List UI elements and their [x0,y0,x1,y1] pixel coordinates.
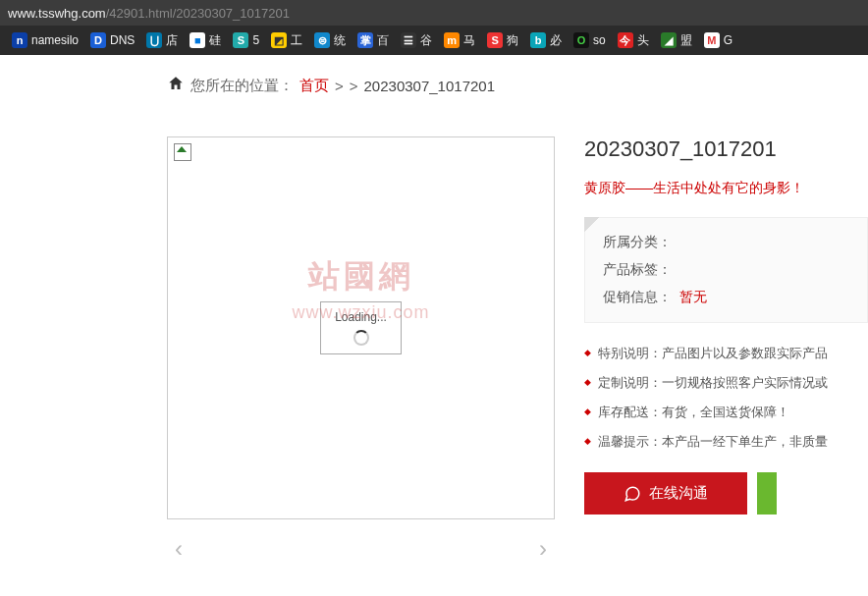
product-image-box: 站國網 www.wzxiu.com Loading... [167,136,555,519]
bookmark-icon: S [233,32,248,48]
bookmark-label: so [593,33,606,47]
bookmark-item[interactable]: ◩工 [265,32,308,49]
bookmark-icon: ☰ [401,32,416,48]
bookmark-item[interactable]: S狗 [481,32,524,49]
bookmark-icon: ◩ [271,32,287,48]
meta-tags: 产品标签： [603,261,849,279]
bookmark-item[interactable]: MG [698,32,738,48]
breadcrumb-sep: > [335,78,344,94]
bookmark-label: 马 [463,32,475,49]
secondary-button[interactable] [757,472,777,515]
loading-indicator: Loading... [320,301,402,354]
bookmark-item[interactable]: ◢盟 [655,32,698,49]
bookmark-label: 头 [637,32,649,49]
breadcrumb: 您所在的位置： 首页 > > 20230307_1017201 [167,75,868,97]
bookmark-icon: O [573,32,589,48]
home-icon[interactable] [167,75,185,97]
product-meta-box: 所属分类： 产品标签： 促销信息：暂无 [584,217,868,323]
meta-category: 所属分类： [603,234,849,251]
note-item: 特别说明：产品图片以及参数跟实际产品 [584,345,868,362]
bookmark-label: 盟 [680,32,692,49]
bookmark-label: 必 [550,32,562,49]
broken-image-icon [174,143,191,161]
bookmark-icon: ■ [190,32,205,48]
bookmark-icon: S [487,32,503,48]
bookmark-label: 硅 [209,32,221,49]
breadcrumb-home-link[interactable]: 首页 [299,77,329,95]
bookmark-label: 店 [166,32,178,49]
meta-promo: 促销信息：暂无 [603,289,849,306]
bookmark-label: DNS [110,33,135,47]
bookmark-label: 5 [252,33,259,47]
product-title: 20230307_1017201 [584,136,868,162]
breadcrumb-prefix: 您所在的位置： [190,77,294,95]
bookmark-item[interactable]: m马 [438,32,481,49]
bookmark-icon: b [530,32,546,48]
bookmark-item[interactable]: nnamesilo [6,32,84,48]
spinner-icon [353,330,369,346]
bookmark-item[interactable]: ■硅 [184,32,227,49]
bookmark-item[interactable]: 今头 [612,32,655,49]
bookmark-icon: 今 [618,32,633,48]
bookmark-item[interactable]: ⋃店 [140,32,184,49]
bookmark-item[interactable]: b必 [524,32,568,49]
bookmark-icon: ⊜ [314,32,330,48]
bookmark-item[interactable]: 掌百 [352,32,395,49]
bookmark-item[interactable]: S5 [227,32,265,48]
bookmark-icon: ⋃ [146,32,162,48]
chat-icon [624,485,641,503]
url-text: www.tsswhg.com/42901.html/20230307_10172… [8,6,290,21]
bookmarks-bar: nnamesiloDDNS⋃店■硅S5◩工⊜统掌百☰谷m马S狗b必Oso今头◢盟… [0,26,868,55]
bookmark-item[interactable]: DDNS [84,32,140,48]
bookmark-label: 工 [291,32,302,49]
product-notes: 特别说明：产品图片以及参数跟实际产品定制说明：一切规格按照客户实际情况或库存配送… [584,345,868,451]
bookmark-label: 狗 [507,32,518,49]
bookmark-item[interactable]: ⊜统 [308,32,352,49]
note-item: 定制说明：一切规格按照客户实际情况或 [584,374,868,392]
breadcrumb-sep: > [350,78,358,94]
bookmark-icon: ◢ [661,32,677,48]
bookmark-label: 百 [377,32,389,49]
prev-image-arrow[interactable]: ‹ [175,535,183,563]
next-image-arrow[interactable]: › [539,535,547,563]
bookmark-label: 谷 [420,32,432,49]
online-chat-button[interactable]: 在线沟通 [584,472,747,515]
browser-url-bar[interactable]: www.tsswhg.com/42901.html/20230307_10172… [0,0,868,26]
bookmark-icon: m [444,32,460,48]
bookmark-icon: D [90,32,106,48]
bookmark-label: G [724,33,732,47]
bookmark-label: 统 [334,32,346,49]
bookmark-item[interactable]: ☰谷 [395,32,438,49]
bookmark-icon: n [12,32,27,48]
product-subtitle: 黄原胶——生活中处处有它的身影！ [584,180,868,197]
bookmark-item[interactable]: Oso [568,32,612,48]
breadcrumb-current: 20230307_1017201 [364,78,495,94]
note-item: 温馨提示：本产品一经下单生产，非质量 [584,433,868,451]
bookmark-icon: M [704,32,720,48]
bookmark-label: namesilo [31,33,79,47]
bookmark-icon: 掌 [357,32,373,48]
note-item: 库存配送：有货，全国送货保障！ [584,404,868,421]
